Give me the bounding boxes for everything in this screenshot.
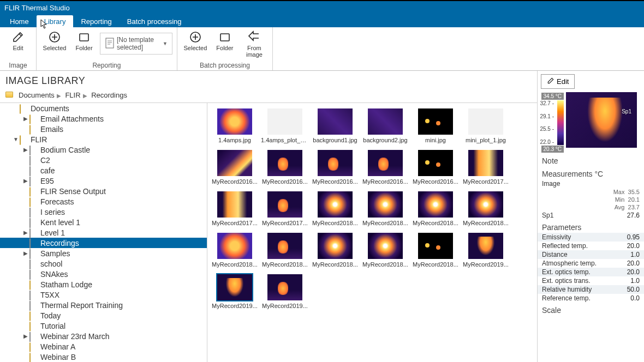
thumbnail-label: MyRecord2018...	[362, 220, 408, 226]
expand-arrow-icon[interactable]: ▶	[22, 147, 29, 153]
parameter-row: Ext. optics temp.20.0	[538, 268, 644, 276]
template-selector[interactable]: [No template selected] ▼	[100, 33, 172, 55]
batch-folder-button[interactable]: Folder	[211, 29, 238, 51]
reporting-folder-button[interactable]: Folder	[70, 29, 98, 51]
tree-item[interactable]: Forecasts	[0, 196, 207, 207]
expand-arrow-icon[interactable]: ▶	[22, 333, 29, 339]
tree-item-label: Webinar A	[40, 342, 75, 351]
tab-home[interactable]: Home	[2, 15, 37, 27]
thumbnail[interactable]: MyRecord2018...	[360, 233, 410, 268]
edit-button[interactable]: Edit	[541, 74, 575, 89]
tree-item[interactable]: Thermal Report Training	[0, 300, 207, 310]
thumbnail[interactable]: MyRecord2018...	[310, 191, 360, 226]
thumbnail-label: MyRecord2019...	[212, 303, 258, 309]
thumbnail[interactable]: 1.4amps_plot_1.jpg	[260, 108, 310, 143]
thumbnail[interactable]: MyRecord2018...	[410, 191, 461, 226]
reporting-selected-button[interactable]: Selected	[41, 29, 68, 51]
folder-icon	[29, 115, 38, 123]
tree-item[interactable]: Recordings	[0, 238, 207, 248]
thumbnail-grid[interactable]: 1.4amps.jpg1.4amps_plot_1.jpgbackground1…	[207, 103, 537, 362]
tree-item[interactable]: ▶Email Attachments	[0, 113, 207, 124]
tree-item[interactable]: ▶Samples	[0, 248, 207, 258]
tree-item[interactable]: Today	[0, 310, 207, 321]
tab-batch[interactable]: Batch processing	[120, 15, 189, 27]
tree-item[interactable]: cafe	[0, 165, 207, 176]
batch-from-image-button[interactable]: From image	[241, 29, 268, 58]
breadcrumb-segment[interactable]: Documents	[19, 91, 55, 99]
thumbnail[interactable]: MyRecord2018...	[360, 191, 410, 226]
palette-tick: 32.7 -	[540, 100, 554, 106]
tree-item[interactable]: C2	[0, 155, 207, 165]
folder-tree[interactable]: Documents▶Email AttachmentsEmails▼FLIR▶B…	[0, 103, 207, 362]
thumbnail-label: mini.jpg	[425, 137, 446, 143]
batch-selected-button[interactable]: Selected	[182, 29, 209, 51]
thumbnail-label: MyRecord2016...	[212, 178, 258, 185]
tree-item[interactable]: SNAkes	[0, 269, 207, 279]
parameter-key: Reference temp.	[542, 294, 591, 302]
tree-item[interactable]: Documents	[0, 103, 207, 113]
thumbnail[interactable]: MyRecord2018...	[310, 233, 360, 268]
expand-arrow-icon[interactable]: ▶	[22, 116, 29, 122]
tree-item[interactable]: ▶Level 1	[0, 227, 207, 238]
plus-circle-icon	[47, 29, 62, 45]
breadcrumb-segment[interactable]: Recordings	[91, 91, 127, 99]
thumbnail[interactable]: 1.4amps.jpg	[210, 108, 260, 143]
tree-item[interactable]: I series	[0, 207, 207, 217]
tree-item[interactable]: Emails	[0, 124, 207, 134]
thumbnail[interactable]: MyRecord2018...	[260, 233, 310, 268]
plus-folder-icon	[76, 29, 92, 45]
tree-item-label: Webinar 23rd March	[40, 332, 110, 341]
thumbnail[interactable]: MyRecord2018...	[210, 233, 260, 268]
parameter-value: 20.0	[620, 268, 640, 276]
thumbnail-label: MyRecord2018...	[362, 261, 408, 268]
thumbnail[interactable]: MyRecord2019...	[260, 274, 310, 309]
thumbnail[interactable]: MyRecord2018...	[461, 191, 511, 226]
thumbnail[interactable]: MyRecord2017...	[461, 150, 511, 185]
thumbnail[interactable]: background2.jpg	[360, 108, 410, 143]
thumbnail[interactable]: MyRecord2016...	[310, 150, 360, 185]
thermal-doc-icon	[29, 229, 38, 237]
thumbnail[interactable]: MyRecord2016...	[260, 150, 310, 185]
tree-item[interactable]: Kent level 1	[0, 217, 207, 227]
tree-item[interactable]: ▶Bodium Castle	[0, 144, 207, 155]
thumbnail[interactable]: MyRecord2016...	[410, 150, 461, 185]
thumbnail-label: MyRecord2019...	[463, 261, 509, 268]
thumbnail-image	[318, 233, 353, 259]
tree-item-label: Email Attachments	[40, 114, 104, 123]
ribbon-edit-button[interactable]: Edit	[4, 29, 32, 51]
tree-item[interactable]: Statham Lodge	[0, 279, 207, 289]
tab-library[interactable]: Library	[37, 15, 74, 27]
thumbnail-label: MyRecord2018...	[262, 261, 308, 268]
tree-item[interactable]: T5XX	[0, 289, 207, 300]
expand-arrow-icon[interactable]: ▶	[22, 250, 29, 256]
tree-item[interactable]: ▼FLIR	[0, 134, 207, 144]
breadcrumb-segment[interactable]: FLIR	[65, 91, 80, 99]
tree-item[interactable]: Webinar B	[0, 352, 207, 362]
parameter-key: Reflected temp.	[542, 242, 588, 250]
expand-arrow-icon[interactable]: ▶	[22, 230, 29, 236]
thumbnail[interactable]: MyRecord2018...	[410, 233, 461, 268]
thumbnail[interactable]: mini.jpg	[410, 108, 461, 143]
folder-icon	[29, 343, 38, 351]
tree-item[interactable]: ▶Webinar 23rd March	[0, 331, 207, 341]
thumbnail[interactable]: MyRecord2017...	[260, 191, 310, 226]
parameter-row: Ext. optics trans.1.0	[538, 276, 644, 285]
thumbnail[interactable]: MyRecord2019...	[461, 233, 511, 268]
folder-icon	[29, 353, 38, 361]
expand-arrow-icon[interactable]: ▼	[12, 136, 20, 142]
thermal-doc-icon	[29, 156, 38, 164]
thumbnail[interactable]: MyRecord2016...	[360, 150, 410, 185]
expand-arrow-icon[interactable]: ▶	[22, 178, 29, 184]
thumbnail[interactable]: MyRecord2019...	[210, 274, 260, 309]
tree-item[interactable]: Webinar A	[0, 341, 207, 352]
tab-reporting[interactable]: Reporting	[73, 15, 119, 27]
thumbnail[interactable]: MyRecord2016...	[210, 150, 260, 185]
thumbnail[interactable]: mini_plot_1.jpg	[461, 108, 511, 143]
tree-item[interactable]: school	[0, 258, 207, 269]
tree-item[interactable]: FLIR Sense Output	[0, 186, 207, 196]
tree-item[interactable]: Tutorial	[0, 321, 207, 331]
tree-item[interactable]: ▶E95	[0, 176, 207, 186]
thumbnail[interactable]: MyRecord2017...	[210, 191, 260, 226]
tree-item-label: Kent level 1	[40, 218, 80, 227]
thumbnail[interactable]: background1.jpg	[310, 108, 360, 143]
